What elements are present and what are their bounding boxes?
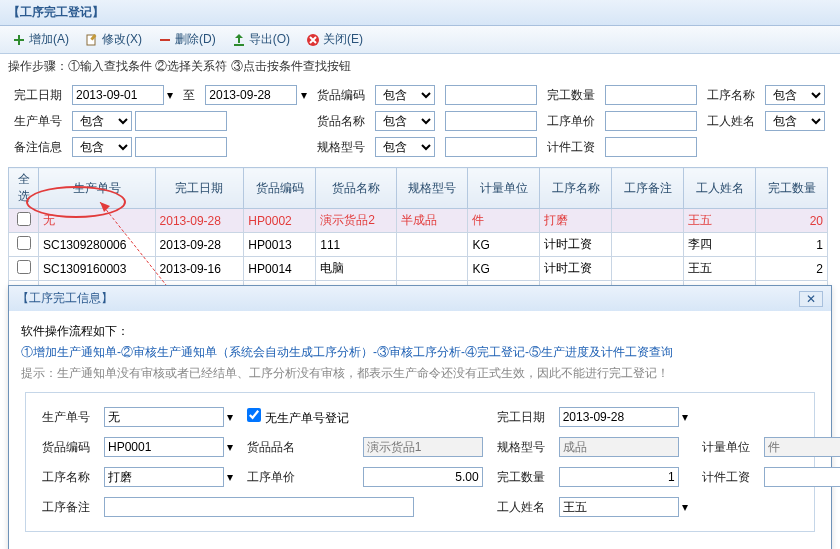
row-checkbox[interactable] bbox=[17, 212, 31, 226]
grid-header[interactable]: 货品编码 bbox=[244, 168, 316, 209]
form-worker-label: 工人姓名 bbox=[491, 493, 551, 521]
piece-wage-label: 计件工资 bbox=[543, 135, 599, 159]
proc-heading: 软件操作流程如下： bbox=[21, 323, 819, 340]
proc-price-input[interactable] bbox=[605, 111, 697, 131]
add-label: 增加(A) bbox=[29, 31, 69, 48]
table-cell: KG bbox=[468, 233, 540, 257]
table-cell: 王五 bbox=[684, 257, 756, 281]
goods-code-rel[interactable]: 包含 bbox=[375, 85, 435, 105]
prod-order-input[interactable] bbox=[135, 111, 227, 131]
panel-title-text: 【工序完工信息】 bbox=[17, 290, 113, 307]
form-finish-qty-input[interactable] bbox=[559, 467, 679, 487]
finish-qty-input[interactable] bbox=[605, 85, 697, 105]
form-date-input[interactable] bbox=[559, 407, 679, 427]
table-cell: SC1309280006 bbox=[39, 233, 156, 257]
remark-rel[interactable]: 包含 bbox=[72, 137, 132, 157]
form-proc-price-input[interactable] bbox=[363, 467, 483, 487]
grid-header[interactable]: 工序名称 bbox=[540, 168, 612, 209]
proc-flow: ①增加生产通知单-②审核生产通知单（系统会自动生成工序分析）-③审核工序分析-④… bbox=[21, 344, 819, 361]
table-row[interactable]: SC13091600032013-09-16HP0014电脑KG计时工资王五2 bbox=[9, 257, 828, 281]
form-worker-input[interactable] bbox=[559, 497, 679, 517]
proc-price-label: 工序单价 bbox=[543, 109, 599, 133]
form-remark-label: 工序备注 bbox=[36, 493, 96, 521]
grid-header[interactable]: 完工数量 bbox=[756, 168, 828, 209]
grid-header[interactable]: 工人姓名 bbox=[684, 168, 756, 209]
form-order-input[interactable] bbox=[104, 407, 224, 427]
table-cell bbox=[612, 209, 684, 233]
panel-hint: 提示：生产通知单没有审核或者已经结单、工序分析没有审核，都表示生产命令还没有正式… bbox=[21, 365, 819, 382]
prod-order-label: 生产单号 bbox=[10, 109, 66, 133]
table-cell: 2013-09-28 bbox=[155, 209, 244, 233]
date-to-input[interactable] bbox=[205, 85, 297, 105]
grid-header[interactable]: 规格型号 bbox=[396, 168, 468, 209]
table-cell bbox=[396, 233, 468, 257]
table-cell: 2013-09-16 bbox=[155, 257, 244, 281]
spec-rel[interactable]: 包含 bbox=[375, 137, 435, 157]
table-cell: 20 bbox=[756, 209, 828, 233]
export-button[interactable]: 导出(O) bbox=[226, 29, 296, 50]
form-finish-qty-label: 完工数量 bbox=[491, 463, 551, 491]
table-row[interactable]: 无2013-09-28HP0002演示货品2半成品件打磨王五20 bbox=[9, 209, 828, 233]
grid-header[interactable]: 完工日期 bbox=[155, 168, 244, 209]
remark-label: 备注信息 bbox=[10, 135, 66, 159]
proc-name-rel[interactable]: 包含 bbox=[765, 85, 825, 105]
grid-header[interactable]: 货品名称 bbox=[316, 168, 396, 209]
detail-form: 生产单号 ▾ 无生产单号登记 完工日期 ▾ 货品编码 ▾ 货品品名 规格型号 计… bbox=[25, 392, 815, 532]
edit-icon bbox=[85, 33, 99, 47]
form-code-input[interactable] bbox=[104, 437, 224, 457]
form-name-label: 货品品名 bbox=[241, 433, 354, 461]
table-cell: 李四 bbox=[684, 233, 756, 257]
form-name-input bbox=[363, 437, 483, 457]
table-cell: 演示货品2 bbox=[316, 209, 396, 233]
form-proc-name-label: 工序名称 bbox=[36, 463, 96, 491]
piece-wage-input[interactable] bbox=[605, 137, 697, 157]
prod-order-rel[interactable]: 包含 bbox=[72, 111, 132, 131]
spec-input[interactable] bbox=[445, 137, 537, 157]
table-cell: 打磨 bbox=[540, 209, 612, 233]
svg-rect-3 bbox=[234, 44, 244, 46]
filter-area: 完工日期 ▾ 至 ▾ 货品编码 包含 完工数量 工序名称 包含 生产单号 包含 … bbox=[0, 79, 840, 163]
remark-input[interactable] bbox=[135, 137, 227, 157]
grid-header[interactable]: 生产单号 bbox=[39, 168, 156, 209]
form-unit-label: 计量单位 bbox=[696, 433, 756, 461]
delete-label: 删除(D) bbox=[175, 31, 216, 48]
table-cell bbox=[396, 257, 468, 281]
goods-code-input[interactable] bbox=[445, 85, 537, 105]
date-from-input[interactable] bbox=[72, 85, 164, 105]
proc-name-label: 工序名称 bbox=[703, 83, 759, 107]
worker-rel[interactable]: 包含 bbox=[765, 111, 825, 131]
finish-qty-label: 完工数量 bbox=[543, 83, 599, 107]
grid-header[interactable]: 工序备注 bbox=[612, 168, 684, 209]
goods-name-rel[interactable]: 包含 bbox=[375, 111, 435, 131]
table-cell bbox=[9, 209, 39, 233]
row-checkbox[interactable] bbox=[17, 260, 31, 274]
no-order-checkbox[interactable] bbox=[247, 408, 261, 422]
edit-label: 修改(X) bbox=[102, 31, 142, 48]
row-checkbox[interactable] bbox=[17, 236, 31, 250]
table-row[interactable]: SC13092800062013-09-28HP0013111KG计时工资李四1 bbox=[9, 233, 828, 257]
delete-button[interactable]: 删除(D) bbox=[152, 29, 222, 50]
form-order-label: 生产单号 bbox=[36, 403, 96, 431]
panel-close-icon[interactable]: ✕ bbox=[799, 291, 823, 307]
goods-name-input[interactable] bbox=[445, 111, 537, 131]
goods-name-label: 货品名称 bbox=[313, 109, 369, 133]
close-button[interactable]: 关闭(E) bbox=[300, 29, 369, 50]
close-icon bbox=[306, 33, 320, 47]
table-cell bbox=[612, 233, 684, 257]
form-piece-wage-input[interactable] bbox=[764, 467, 840, 487]
table-cell: SC1309160003 bbox=[39, 257, 156, 281]
grid-header[interactable]: 计量单位 bbox=[468, 168, 540, 209]
window-title: 【工序完工登记】 bbox=[0, 0, 840, 26]
goods-code-label: 货品编码 bbox=[313, 83, 369, 107]
add-button[interactable]: 增加(A) bbox=[6, 29, 75, 50]
table-cell: 无 bbox=[39, 209, 156, 233]
table-cell: 1 bbox=[756, 233, 828, 257]
table-cell: 半成品 bbox=[396, 209, 468, 233]
form-remark-input[interactable] bbox=[104, 497, 414, 517]
form-proc-name-input[interactable] bbox=[104, 467, 224, 487]
edit-button[interactable]: 修改(X) bbox=[79, 29, 148, 50]
table-cell: 111 bbox=[316, 233, 396, 257]
info-panel: 【工序完工信息】 ✕ 软件操作流程如下： ①增加生产通知单-②审核生产通知单（系… bbox=[8, 285, 832, 549]
export-icon bbox=[232, 33, 246, 47]
grid-header[interactable]: 全选 bbox=[9, 168, 39, 209]
